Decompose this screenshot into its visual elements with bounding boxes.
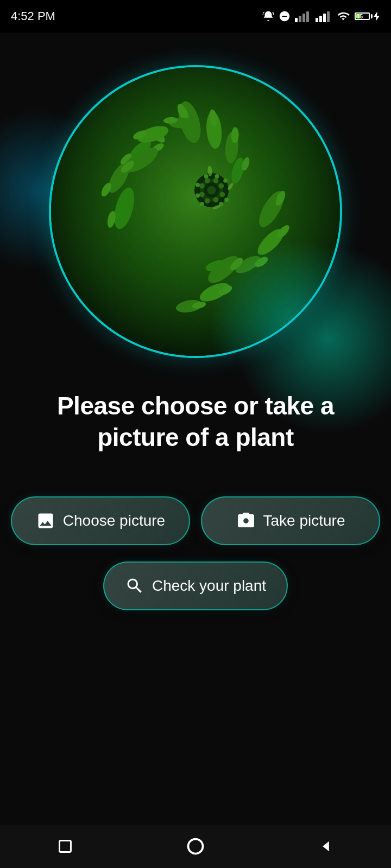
main-heading: Please choose or take a picture of a pla… [0,391,391,453]
choose-picture-button[interactable]: Choose picture [11,496,190,545]
search-icon [125,576,144,596]
choose-picture-label: Choose picture [63,512,165,529]
dnd-icon [279,10,291,22]
nav-home-button[interactable] [174,825,217,868]
svg-point-69 [51,67,340,356]
buttons-area: Choose picture Take picture Check your p… [0,496,391,610]
nav-back-button[interactable] [304,825,348,868]
svg-rect-3 [306,11,309,22]
check-plant-label: Check your plant [152,577,266,595]
svg-rect-4 [316,18,318,22]
navigation-bar [0,825,391,868]
triangle-nav-icon [318,839,333,854]
status-icons: 15 [262,10,380,22]
plant-image-container [49,65,342,358]
plant-image-background [51,67,340,356]
svg-rect-0 [295,18,298,22]
alarm-icon [262,10,274,22]
signal-icon-1 [295,10,311,22]
svg-rect-7 [327,11,330,22]
camera-icon [236,511,256,531]
status-time: 4:52 PM [11,9,55,23]
wifi-icon [336,10,350,22]
battery-icon: 15 [355,11,380,21]
svg-marker-72 [323,841,329,852]
main-content: Please choose or take a picture of a pla… [0,33,391,825]
signal-icon-2 [316,10,332,22]
svg-rect-70 [60,841,71,852]
circle-nav-icon [186,837,205,856]
status-bar: 4:52 PM 15 [0,0,391,33]
svg-rect-6 [323,14,326,22]
take-picture-label: Take picture [263,512,345,529]
check-plant-button[interactable]: Check your plant [103,561,288,610]
svg-point-71 [188,839,203,854]
square-nav-icon [58,839,73,854]
svg-rect-5 [319,16,322,22]
take-picture-button[interactable]: Take picture [201,496,380,545]
buttons-row-top: Choose picture Take picture [11,496,380,545]
svg-rect-2 [302,14,305,22]
nav-square-button[interactable] [43,825,87,868]
plant-illustration [51,67,340,356]
svg-rect-1 [299,16,301,22]
gallery-icon [36,511,55,531]
